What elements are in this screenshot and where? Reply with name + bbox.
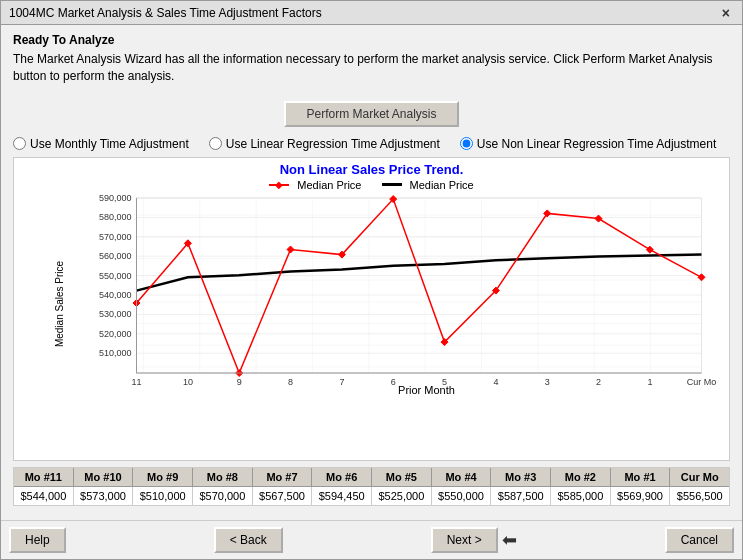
svg-text:8: 8 <box>288 377 293 387</box>
table-cell-curmo: $556,500 <box>670 487 729 505</box>
radio-monthly[interactable]: Use Monthly Time Adjustment <box>13 137 189 151</box>
legend-red-label: Median Price <box>297 179 361 191</box>
svg-text:550,000: 550,000 <box>99 270 132 280</box>
help-button[interactable]: Help <box>9 527 66 553</box>
y-axis-label: Median Sales Price <box>54 261 65 347</box>
close-button[interactable]: × <box>718 5 734 21</box>
table-cell-mo6: $594,450 <box>312 487 372 505</box>
radio-nonlinear[interactable]: Use Non Linear Regression Time Adjustmen… <box>460 137 716 151</box>
table-cell-mo1: $569,900 <box>611 487 671 505</box>
footer-bar: Help < Back Next > ⬅ Cancel <box>1 520 742 559</box>
table-cell-mo5: $525,000 <box>372 487 432 505</box>
radio-monthly-label: Use Monthly Time Adjustment <box>30 137 189 151</box>
table-header-row: Mo #11 Mo #10 Mo #9 Mo #8 Mo #7 Mo #6 Mo… <box>14 468 729 487</box>
svg-text:580,000: 580,000 <box>99 212 132 222</box>
table-header-mo9: Mo #9 <box>133 468 193 486</box>
svg-text:590,000: 590,000 <box>99 193 132 203</box>
table-header-mo11: Mo #11 <box>14 468 74 486</box>
chart-legend: ◆ Median Price Median Price <box>14 179 729 191</box>
arrow-icon: ⬅ <box>502 529 517 551</box>
table-cell-mo8: $570,000 <box>193 487 253 505</box>
svg-text:4: 4 <box>493 377 498 387</box>
table-cell-mo10: $573,000 <box>74 487 134 505</box>
radio-nonlinear-label: Use Non Linear Regression Time Adjustmen… <box>477 137 716 151</box>
chart-container: Non Linear Sales Price Trend. ◆ Median P… <box>13 157 730 461</box>
svg-text:6: 6 <box>391 377 396 387</box>
legend-black-label: Median Price <box>410 179 474 191</box>
svg-text:9: 9 <box>237 377 242 387</box>
table-header-mo3: Mo #3 <box>491 468 551 486</box>
table-header-mo2: Mo #2 <box>551 468 611 486</box>
perform-btn-container: Perform Market Analysis <box>13 101 730 127</box>
radio-linear-input[interactable] <box>209 137 222 150</box>
radio-linear-label: Use Linear Regression Time Adjustment <box>226 137 440 151</box>
table-cell-mo11: $544,000 <box>14 487 74 505</box>
table-header-curmo: Cur Mo <box>670 468 729 486</box>
table-cell-mo3: $587,500 <box>491 487 551 505</box>
next-button[interactable]: Next > <box>431 527 498 553</box>
svg-text:Cur Mo: Cur Mo <box>687 377 717 387</box>
chart-svg: 590,000 580,000 570,000 560,000 550,000 … <box>74 193 719 388</box>
window-title: 1004MC Market Analysis & Sales Time Adju… <box>9 6 322 20</box>
svg-text:560,000: 560,000 <box>99 251 132 261</box>
ready-description: The Market Analysis Wizard has all the i… <box>13 51 730 85</box>
svg-text:7: 7 <box>339 377 344 387</box>
legend-red: ◆ Median Price <box>269 179 361 191</box>
main-content: Ready To Analyze The Market Analysis Wiz… <box>1 25 742 520</box>
table-cell-mo2: $585,000 <box>551 487 611 505</box>
radio-linear[interactable]: Use Linear Regression Time Adjustment <box>209 137 440 151</box>
table-header-mo5: Mo #5 <box>372 468 432 486</box>
table-cell-mo4: $550,000 <box>432 487 492 505</box>
ready-title: Ready To Analyze <box>13 33 730 47</box>
svg-text:570,000: 570,000 <box>99 231 132 241</box>
main-window: 1004MC Market Analysis & Sales Time Adju… <box>0 0 743 560</box>
table-cell-mo7: $567,500 <box>253 487 313 505</box>
radio-nonlinear-input[interactable] <box>460 137 473 150</box>
table-cell-mo9: $510,000 <box>133 487 193 505</box>
ready-section: Ready To Analyze The Market Analysis Wiz… <box>13 33 730 93</box>
back-button[interactable]: < Back <box>214 527 283 553</box>
svg-rect-1 <box>137 198 702 373</box>
next-btn-container: Next > ⬅ <box>431 527 517 553</box>
svg-text:520,000: 520,000 <box>99 328 132 338</box>
radio-group: Use Monthly Time Adjustment Use Linear R… <box>13 137 730 151</box>
svg-text:2: 2 <box>596 377 601 387</box>
radio-monthly-input[interactable] <box>13 137 26 150</box>
svg-text:510,000: 510,000 <box>99 348 132 358</box>
svg-text:3: 3 <box>545 377 550 387</box>
table-header-mo7: Mo #7 <box>253 468 313 486</box>
svg-text:530,000: 530,000 <box>99 309 132 319</box>
svg-text:1: 1 <box>647 377 652 387</box>
legend-black: Median Price <box>382 179 474 191</box>
title-bar: 1004MC Market Analysis & Sales Time Adju… <box>1 1 742 25</box>
svg-text:540,000: 540,000 <box>99 290 132 300</box>
svg-text:11: 11 <box>131 377 141 387</box>
table-header-mo1: Mo #1 <box>611 468 671 486</box>
table-header-mo10: Mo #10 <box>74 468 134 486</box>
svg-text:10: 10 <box>183 377 193 387</box>
table-header-mo8: Mo #8 <box>193 468 253 486</box>
table-header-mo6: Mo #6 <box>312 468 372 486</box>
x-axis-label: Prior Month <box>134 384 719 396</box>
table-header-mo4: Mo #4 <box>432 468 492 486</box>
perform-market-analysis-button[interactable]: Perform Market Analysis <box>284 101 458 127</box>
table-data-row: $544,000 $573,000 $510,000 $570,000 $567… <box>14 487 729 505</box>
cancel-button[interactable]: Cancel <box>665 527 734 553</box>
data-table: Mo #11 Mo #10 Mo #9 Mo #8 Mo #7 Mo #6 Mo… <box>13 467 730 506</box>
chart-title: Non Linear Sales Price Trend. <box>14 162 729 177</box>
